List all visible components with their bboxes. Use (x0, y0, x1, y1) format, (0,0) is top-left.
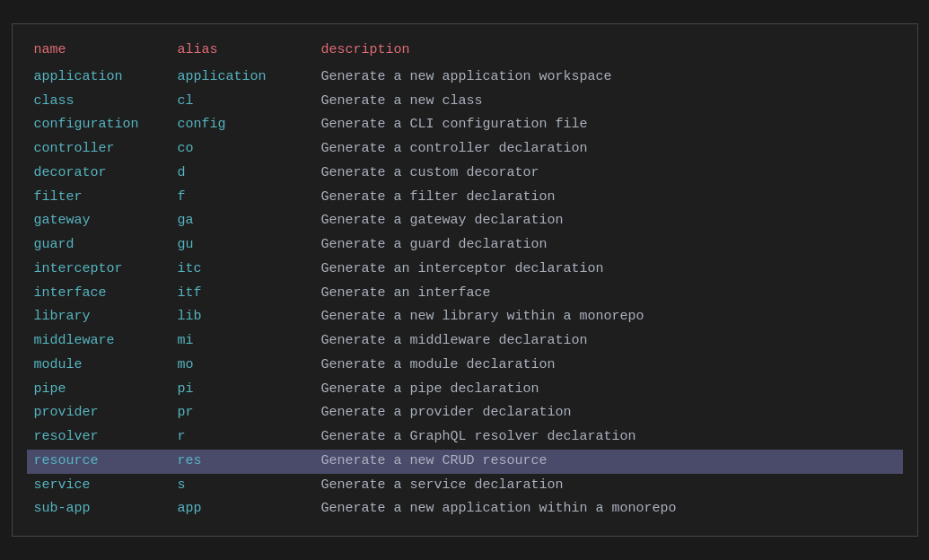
table-row: pipepiGenerate a pipe declaration (27, 378, 903, 402)
description-cell: Generate a CLI configuration file (314, 113, 903, 137)
table-row: librarylibGenerate a new library within … (27, 305, 903, 329)
name-cell: controller (27, 137, 171, 162)
alias-cell: ga (171, 209, 314, 233)
header-alias: alias (171, 39, 314, 66)
alias-cell: cl (171, 90, 314, 114)
description-cell: Generate a new application workspace (314, 66, 903, 90)
alias-cell: d (171, 162, 314, 186)
description-cell: Generate a provider declaration (314, 401, 903, 425)
name-cell: middleware (27, 329, 171, 354)
alias-cell: r (171, 425, 314, 450)
description-cell: Generate a service declaration (314, 474, 903, 498)
alias-cell: res (171, 450, 314, 474)
name-cell: service (27, 474, 171, 498)
description-cell: Generate a middleware declaration (314, 329, 903, 354)
name-cell: provider (27, 401, 171, 425)
header-description: description (314, 39, 903, 66)
table-row: interfaceitfGenerate an interface (27, 282, 903, 306)
description-cell: Generate a new application within a mono… (314, 497, 903, 521)
name-cell: decorator (27, 162, 171, 186)
name-cell: class (27, 90, 171, 114)
table-row: servicesGenerate a service declaration (27, 474, 903, 498)
name-cell: interceptor (27, 258, 171, 282)
description-cell: Generate a GraphQL resolver declaration (314, 425, 903, 450)
name-cell: guard (27, 233, 171, 258)
alias-cell: mo (171, 354, 314, 378)
alias-cell: f (171, 186, 314, 210)
table-row: middlewaremiGenerate a middleware declar… (27, 329, 903, 354)
description-cell: Generate an interceptor declaration (314, 258, 903, 282)
alias-cell: itf (171, 282, 314, 306)
table-row: sub-appappGenerate a new application wit… (27, 497, 903, 521)
name-cell: resource (27, 450, 171, 474)
description-cell: Generate a new CRUD resource (314, 450, 903, 474)
table-row: controllercoGenerate a controller declar… (27, 137, 903, 162)
header-name: name (27, 39, 171, 66)
description-cell: Generate a controller declaration (314, 137, 903, 162)
name-cell: module (27, 354, 171, 378)
alias-cell: s (171, 474, 314, 498)
description-cell: Generate a new library within a monorepo (314, 305, 903, 329)
name-cell: resolver (27, 425, 171, 450)
table-row: guardguGenerate a guard declaration (27, 233, 903, 258)
table-row: gatewaygaGenerate a gateway declaration (27, 209, 903, 233)
table-row: providerprGenerate a provider declaratio… (27, 401, 903, 425)
alias-cell: application (171, 66, 314, 90)
description-cell: Generate a guard declaration (314, 233, 903, 258)
alias-cell: co (171, 137, 314, 162)
alias-cell: pr (171, 401, 314, 425)
table-row: modulemoGenerate a module declaration (27, 354, 903, 378)
alias-cell: gu (171, 233, 314, 258)
table-row: interceptoritcGenerate an interceptor de… (27, 258, 903, 282)
description-cell: Generate a gateway declaration (314, 209, 903, 233)
alias-cell: mi (171, 329, 314, 354)
alias-cell: pi (171, 378, 314, 402)
description-cell: Generate a new class (314, 90, 903, 114)
table-row: configurationconfigGenerate a CLI config… (27, 113, 903, 137)
table-row: resourceresGenerate a new CRUD resource (27, 450, 903, 474)
description-cell: Generate a filter declaration (314, 186, 903, 210)
terminal-window: name alias description applicationapplic… (12, 23, 918, 537)
schematics-table: name alias description applicationapplic… (27, 39, 903, 521)
alias-cell: app (171, 497, 314, 521)
table-row: classclGenerate a new class (27, 90, 903, 114)
table-row: decoratordGenerate a custom decorator (27, 162, 903, 186)
name-cell: configuration (27, 113, 171, 137)
description-cell: Generate a pipe declaration (314, 378, 903, 402)
table-row: filterfGenerate a filter declaration (27, 186, 903, 210)
name-cell: sub-app (27, 497, 171, 521)
name-cell: application (27, 66, 171, 90)
description-cell: Generate an interface (314, 282, 903, 306)
table-row: applicationapplicationGenerate a new app… (27, 66, 903, 90)
alias-cell: config (171, 113, 314, 137)
table-row: resolverrGenerate a GraphQL resolver dec… (27, 425, 903, 450)
name-cell: interface (27, 282, 171, 306)
description-cell: Generate a module declaration (314, 354, 903, 378)
alias-cell: itc (171, 258, 314, 282)
name-cell: gateway (27, 209, 171, 233)
alias-cell: lib (171, 305, 314, 329)
name-cell: pipe (27, 378, 171, 402)
description-cell: Generate a custom decorator (314, 162, 903, 186)
name-cell: library (27, 305, 171, 329)
name-cell: filter (27, 186, 171, 210)
